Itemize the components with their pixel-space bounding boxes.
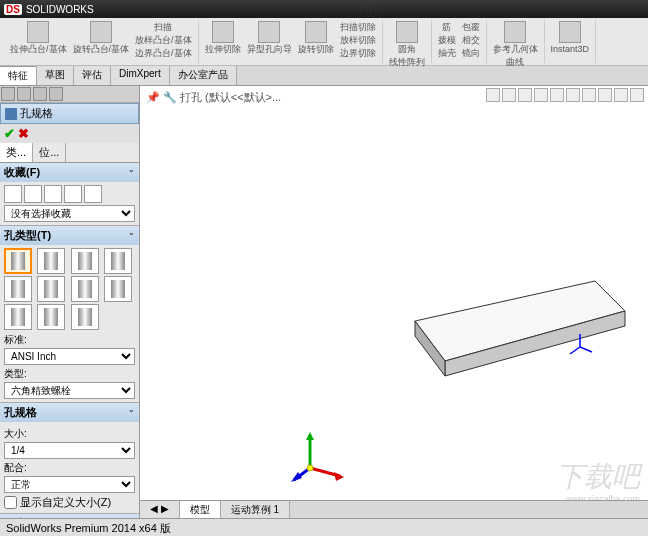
prev-view-icon[interactable] [518,88,532,102]
zoom-fit-icon[interactable] [486,88,500,102]
subtab-type[interactable]: 类... [0,143,33,162]
sweep-cut-button[interactable]: 扫描切除 [337,20,379,33]
linear-pattern-button[interactable]: 线性阵列 [386,55,428,68]
end-condition-section: 终止条件(C)⌄ 完全贯穿 [0,514,139,518]
mirror-button[interactable]: 镜向 [459,46,483,59]
btab-motion[interactable]: 运动算例 1 [221,501,290,518]
section-view-icon[interactable] [534,88,548,102]
pin-icon[interactable]: 📌 [146,91,160,104]
counterbore-icon[interactable] [4,248,32,274]
draft-button[interactable]: 拨模 [435,33,459,46]
sweep-button[interactable]: 扫描 [132,20,195,33]
end-condition-header[interactable]: 终止条件(C)⌄ [0,514,139,518]
collapse-icon: ⌄ [128,516,135,518]
revolve-boss-button[interactable]: 旋转凸台/基体 [70,20,133,59]
standard-label: 标准: [4,333,135,347]
hole-icon[interactable] [71,248,99,274]
property-manager: 孔规格 ✔ ✖ 类... 位... 收藏(F)⌄ 没有选择收藏 [0,86,140,518]
misc-icon[interactable] [49,87,63,101]
btab-model[interactable]: 模型 [180,501,221,518]
slot-icon[interactable] [4,304,32,330]
btab-nav[interactable]: ◀ ▶ [140,501,180,518]
rib-button[interactable]: 筋 [435,20,459,33]
reference-geometry-button[interactable]: 参考几何体 [490,20,541,55]
intersect-button[interactable]: 相交 [459,33,483,46]
boundary-cut-button[interactable]: 边界切除 [337,46,379,59]
svg-line-4 [580,347,592,352]
command-tabs: 特征 草图 评估 DimXpert 办公室产品 [0,66,648,86]
shell-button[interactable]: 抽壳 [435,46,459,59]
type-select[interactable]: 六角精致螺栓 [4,382,135,399]
appearance-icon[interactable] [598,88,612,102]
titlebar: DS SOLIDWORKS 打孔 [0,0,648,18]
ok-button[interactable]: ✔ [4,126,15,141]
favorites-header[interactable]: 收藏(F)⌄ [0,163,139,182]
model-plate[interactable] [395,271,645,411]
origin-triad-icon [565,332,595,362]
view-settings-icon[interactable] [630,88,644,102]
hide-show-icon[interactable] [582,88,596,102]
loft-boss-button[interactable]: 放样凸台/基体 [132,33,195,46]
wrap-button[interactable]: 包覆 [459,20,483,33]
status-bar: SolidWorks Premium 2014 x64 版 [0,518,648,536]
revolve-cut-button[interactable]: 旋转切除 [295,20,337,59]
bottom-tabs: ◀ ▶ 模型 运动算例 1 [140,500,648,518]
fly-out-tree[interactable]: 📌 🔧 打孔 (默认<<默认>... [146,90,281,105]
hole-spec-section: 孔规格⌄ 大小: 1/4 配合: 正常 显示自定义大小(Z) [0,403,139,514]
tab-dimxpert[interactable]: DimXpert [111,66,170,85]
hole-type-header[interactable]: 孔类型(T)⌄ [0,226,139,245]
type10-icon[interactable] [37,304,65,330]
fav-add-icon[interactable] [24,185,42,203]
instant3d-button[interactable]: Instant3D [548,20,593,55]
app-logo: DS [4,4,22,15]
tab-evaluate[interactable]: 评估 [74,66,111,85]
side-toolbar [0,86,139,103]
extrude-boss-button[interactable]: 拉伸凸台/基体 [7,20,70,59]
slot-cs-icon[interactable] [104,276,132,302]
part-icon: 🔧 [163,91,177,104]
curves-button[interactable]: 曲线 [503,55,527,68]
fav-save-icon[interactable] [64,185,82,203]
view-triad-icon[interactable] [290,428,350,488]
favorites-select[interactable]: 没有选择收藏 [4,205,135,222]
app-name: SOLIDWORKS [26,4,94,15]
boundary-boss-button[interactable]: 边界凸台/基体 [132,46,195,59]
zoom-area-icon[interactable] [502,88,516,102]
favorites-section: 收藏(F)⌄ 没有选择收藏 [0,163,139,226]
fav-load-icon[interactable] [84,185,102,203]
fav-apply-icon[interactable] [4,185,22,203]
graphics-viewport[interactable]: 📌 🔧 打孔 (默认<<默认>... 下载吧 www.xiazaiba.com … [140,86,648,518]
display-style-icon[interactable] [566,88,580,102]
tree-icon[interactable] [1,87,15,101]
extrude-cut-button[interactable]: 拉伸切除 [202,20,244,59]
legacy-icon[interactable] [37,276,65,302]
view-orient-icon[interactable] [550,88,564,102]
subtab-position[interactable]: 位... [33,143,66,162]
loft-cut-button[interactable]: 放样切除 [337,33,379,46]
hole-type-section: 孔类型(T)⌄ 标准: ANSI Inch 类型: [0,226,139,403]
config-icon[interactable] [33,87,47,101]
tab-office[interactable]: 办公室产品 [170,66,237,85]
hole-wizard-button[interactable]: 异型孔向导 [244,20,295,59]
size-select[interactable]: 1/4 [4,442,135,459]
tab-features[interactable]: 特征 [0,66,37,85]
fav-delete-icon[interactable] [44,185,62,203]
tab-sketch[interactable]: 草图 [37,66,74,85]
scene-icon[interactable] [614,88,628,102]
hole-spec-header[interactable]: 孔规格⌄ [0,403,139,422]
slot-cb-icon[interactable] [71,276,99,302]
straight-tap-icon[interactable] [104,248,132,274]
viewport-toolbar [486,88,644,102]
custom-size-checkbox[interactable]: 显示自定义大小(Z) [4,495,135,510]
tapered-tap-icon[interactable] [4,276,32,302]
fit-select[interactable]: 正常 [4,476,135,493]
standard-select[interactable]: ANSI Inch [4,348,135,365]
type11-icon[interactable] [71,304,99,330]
collapse-icon: ⌄ [128,228,135,243]
hole-spec-icon [5,108,17,120]
countersink-icon[interactable] [37,248,65,274]
fillet-button[interactable]: 圆角 [393,20,421,55]
pm-icon[interactable] [17,87,31,101]
cancel-button[interactable]: ✖ [18,126,29,141]
svg-marker-9 [334,472,344,481]
